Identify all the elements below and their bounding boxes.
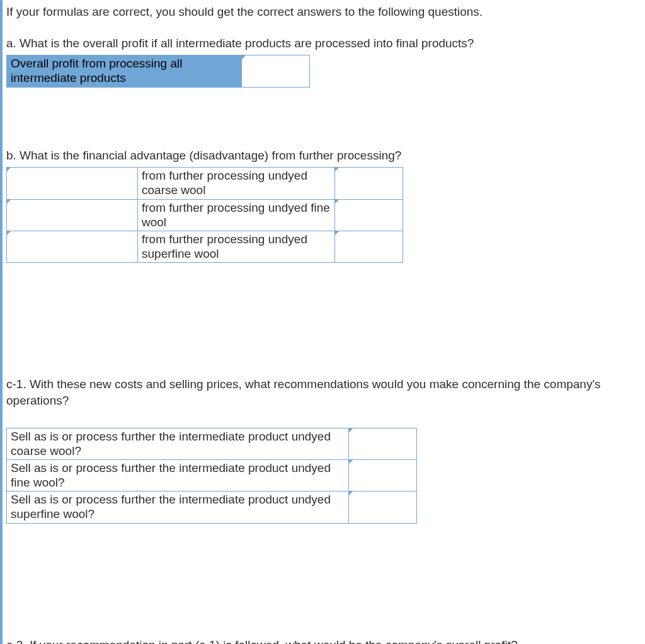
- table-a: Overall profit from processing all inter…: [6, 55, 310, 87]
- question-a-prompt: a. What is the overall profit if all int…: [6, 35, 639, 52]
- table-row: Sell as is or process further the interm…: [7, 459, 417, 491]
- intro-text: If your formulas are correct, you should…: [6, 4, 639, 20]
- b-row3-left-input[interactable]: [7, 231, 138, 262]
- c1-row2-input[interactable]: [349, 459, 417, 491]
- table-row: Sell as is or process further the interm…: [7, 492, 417, 523]
- c1-row2-question: Sell as is or process further the interm…: [7, 459, 349, 491]
- b-row1-desc: from further processing undyed coarse wo…: [138, 168, 335, 199]
- overall-profit-input[interactable]: [242, 55, 310, 87]
- question-b-prompt: b. What is the financial advantage (disa…: [6, 147, 639, 164]
- question-c1-prompt: c-1. With these new costs and selling pr…: [6, 376, 639, 408]
- c1-row3-input[interactable]: [349, 492, 417, 523]
- c1-row1-input[interactable]: [349, 428, 417, 459]
- b-row2-desc: from further processing undyed fine wool: [138, 199, 335, 231]
- table-b: from further processing undyed coarse wo…: [6, 167, 403, 263]
- table-row: from further processing undyed superfine…: [7, 231, 403, 262]
- b-row3-value-input[interactable]: [335, 231, 403, 262]
- c1-row1-question: Sell as is or process further the interm…: [7, 428, 349, 459]
- table-row: from further processing undyed coarse wo…: [7, 168, 403, 199]
- b-row1-value-input[interactable]: [335, 168, 403, 199]
- b-row3-desc: from further processing undyed superfine…: [138, 231, 335, 262]
- c1-row3-question: Sell as is or process further the interm…: [7, 492, 349, 523]
- overall-profit-label: Overall profit from processing all inter…: [7, 55, 242, 87]
- table-row: Overall profit from processing all inter…: [7, 55, 310, 87]
- b-row2-left-input[interactable]: [7, 199, 138, 231]
- table-c1: Sell as is or process further the interm…: [6, 428, 417, 524]
- b-row1-left-input[interactable]: [7, 168, 138, 199]
- table-row: Sell as is or process further the interm…: [7, 428, 417, 459]
- b-row2-value-input[interactable]: [335, 199, 403, 231]
- table-row: from further processing undyed fine wool: [7, 199, 403, 231]
- question-c2-prompt: c-2. If your recommendation in part (c-1…: [6, 637, 639, 644]
